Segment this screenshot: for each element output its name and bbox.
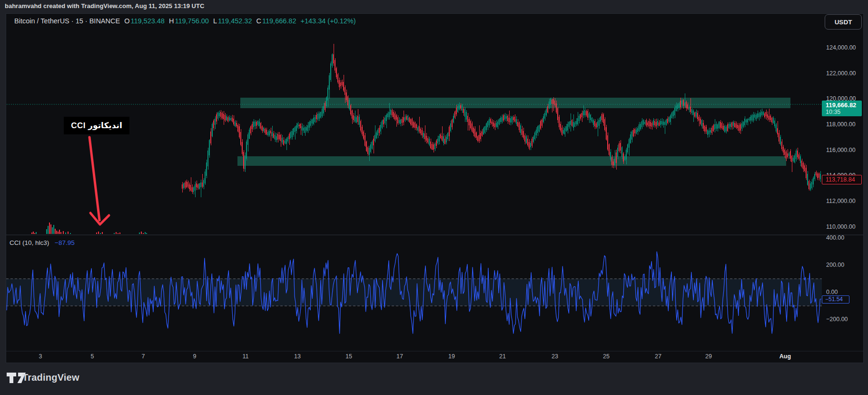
- time-axis-label: 13: [294, 353, 301, 361]
- tradingview-snapshot: bahramvahd created with TradingView.com,…: [0, 0, 868, 395]
- cci-pane[interactable]: [6, 235, 821, 351]
- cci-axis-label: 400.00: [826, 234, 844, 242]
- time-axis-label: 7: [142, 353, 145, 361]
- last-price-value: 119,666.82: [826, 101, 860, 109]
- time-axis-label: 27: [655, 353, 661, 361]
- time-axis-label: 19: [448, 353, 455, 361]
- price-axis-label: 124,000.00: [826, 44, 856, 51]
- cci-axis-label: 0.00: [826, 288, 838, 296]
- time-axis-label: 25: [603, 353, 610, 361]
- counter-price-label: 113,718.84: [822, 175, 862, 184]
- change-value: +143.34 (+0.12%): [300, 17, 355, 25]
- tradingview-brand-text[interactable]: TradingView: [22, 372, 79, 383]
- ohlc-values: O119,523.48H119,756.00L119,452.32C119,66…: [124, 17, 296, 25]
- indicator-legend[interactable]: CCI (10, hlc3) −87.95: [10, 239, 75, 246]
- indicator-value: −87.95: [55, 239, 75, 246]
- price-axis-label: 116,000.00: [826, 146, 856, 154]
- time-axis-label: 11: [243, 353, 249, 361]
- bar-countdown: 10:35: [826, 109, 860, 115]
- time-axis-label: 23: [552, 353, 558, 361]
- indicator-title[interactable]: CCI (10, hlc3): [10, 239, 49, 246]
- price-axis-label: 122,000.00: [826, 70, 856, 77]
- time-axis-label: 15: [345, 353, 352, 361]
- cci-value-badge: −51.54: [822, 295, 849, 304]
- time-axis-label: Aug: [779, 353, 791, 361]
- time-axis-label: 21: [499, 353, 506, 361]
- time-axis-label: 17: [396, 353, 403, 361]
- currency-toggle-button[interactable]: USDT: [825, 14, 862, 30]
- symbol-title[interactable]: Bitcoin / TetherUS · 15 · BINANCE: [14, 17, 120, 25]
- time-axis-label: 5: [91, 353, 94, 361]
- cci-axis-label: 200.00: [826, 261, 844, 269]
- time-axis-label: 9: [193, 353, 197, 361]
- price-axis-label: 112,000.00: [826, 197, 856, 205]
- price-axis-label: 118,000.00: [826, 121, 856, 128]
- last-price-badge: 119,666.82 10:35: [822, 101, 862, 116]
- ohlc-item: H119,756.00: [169, 17, 209, 25]
- price-axis-label: 110,000.00: [826, 223, 856, 231]
- symbol-legend-row[interactable]: Bitcoin / TetherUS · 15 · BINANCE O119,5…: [14, 17, 356, 25]
- time-axis-label: 29: [705, 353, 712, 361]
- time-axis-label: 3: [39, 353, 42, 361]
- ohlc-item: L119,452.32: [213, 17, 252, 25]
- cci-axis-label: −200.00: [826, 315, 848, 323]
- annotation-label[interactable]: CCI اندیکاتور: [64, 117, 129, 134]
- ohlc-item: O119,523.48: [124, 17, 165, 25]
- ohlc-item: C119,666.82: [256, 17, 296, 25]
